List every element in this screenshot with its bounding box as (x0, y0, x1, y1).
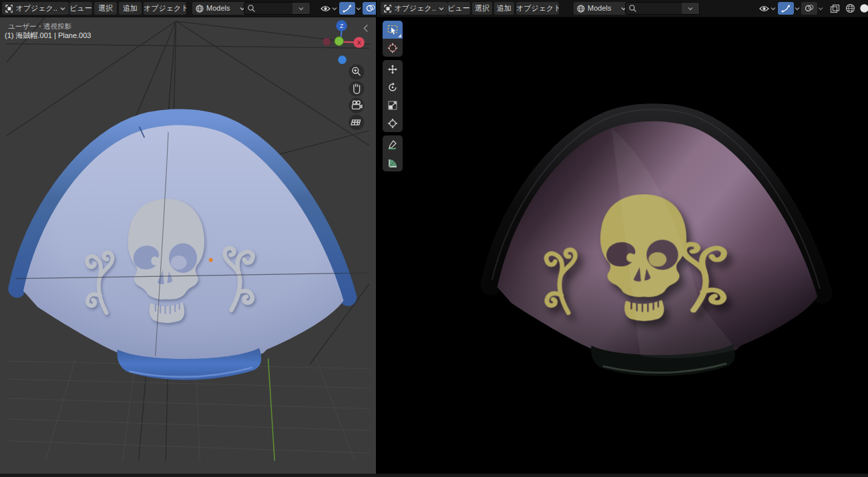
search-icon (247, 4, 256, 13)
search-icon (628, 4, 637, 13)
pan-hand-button[interactable] (349, 81, 364, 96)
visibility-dropdown[interactable] (755, 2, 779, 15)
tool-move[interactable] (383, 60, 403, 78)
rotate-icon (387, 82, 398, 93)
mode-selector[interactable]: オブジェク... (381, 2, 447, 15)
chevron-down-icon (688, 7, 693, 11)
move-icon (387, 64, 398, 75)
status-bar (0, 474, 868, 477)
measure-icon (387, 157, 398, 168)
gizmo-toggle-icon (781, 4, 791, 13)
globe-icon (577, 5, 585, 13)
shading-wireframe-icon (845, 3, 855, 13)
menu-select[interactable]: 選択 (472, 2, 492, 15)
cursor-icon (387, 43, 398, 53)
annotate-icon (387, 139, 398, 150)
search-field[interactable] (244, 2, 310, 15)
search-input[interactable] (256, 5, 292, 13)
overlays-toggle-icon (805, 4, 814, 13)
asset-library-dropdown[interactable]: Models (574, 2, 630, 15)
menu-object[interactable]: オブジェクト (516, 2, 559, 15)
menu-view[interactable]: ビュー (447, 2, 470, 15)
mode-label: オブジェク... (15, 2, 57, 15)
toolbar-group-annotate (383, 135, 403, 171)
chevron-down-icon (795, 7, 800, 11)
mode-label: オブジェク... (394, 2, 436, 15)
gizmo-x-label: X (357, 39, 361, 46)
chevron-down-icon (818, 7, 823, 11)
camera-view-button[interactable] (349, 98, 364, 113)
xray-toggle[interactable] (827, 2, 843, 15)
editor-divider[interactable] (376, 0, 377, 17)
object-mode-icon (384, 5, 391, 13)
chevron-down-icon (439, 7, 444, 11)
header-right-viewport: オブジェク... ビュー 選択 追加 オブジェクト Models (377, 0, 868, 17)
tool-measure[interactable] (383, 153, 403, 171)
asset-library-dropdown[interactable]: Models (192, 2, 248, 15)
chevron-down-icon (356, 7, 361, 11)
pirate-hat-left[interactable] (17, 117, 348, 380)
xray-toggle-icon (830, 4, 840, 13)
y-axis-line (268, 358, 275, 460)
toolbar (383, 21, 403, 171)
tool-cursor[interactable] (383, 39, 403, 57)
tool-scale[interactable] (383, 96, 403, 114)
sidebar-toggle-chevron[interactable] (364, 25, 367, 32)
blender-window: .skullL{ --skull:#babec7; --hole:#8e99c0… (0, 0, 868, 477)
scale-icon (387, 100, 398, 111)
overlays-toggle[interactable] (363, 2, 376, 15)
gizmo-neg-z-axis[interactable] (338, 55, 347, 64)
visibility-eye-icon (320, 5, 331, 13)
tool-annotate[interactable] (383, 135, 403, 153)
search-field[interactable] (625, 2, 700, 15)
right-viewport-canvas: .skullL{ --skull:#babec7; --hole:#8e99c0… (376, 17, 868, 474)
viewport-right-rendered[interactable]: .skullL{ --skull:#babec7; --hole:#8e99c0… (376, 17, 868, 474)
chevron-down-icon (332, 7, 337, 11)
left-viewport-canvas: .skullL{ --skull:#babec7; --hole:#8e99c0… (0, 17, 376, 474)
shading-solid-icon (859, 3, 868, 13)
search-options-button[interactable] (682, 3, 699, 14)
globe-icon (196, 5, 204, 13)
menu-add[interactable]: 追加 (494, 2, 514, 15)
chevron-down-icon (298, 7, 304, 11)
asset-library-label: Models (588, 2, 618, 15)
view-mode-label: ユーザー・透視投影 (8, 22, 71, 31)
toolbar-group-transform (383, 60, 403, 132)
gizmo-neg-x-axis[interactable] (323, 38, 331, 46)
select-box-icon (387, 25, 399, 35)
menu-add[interactable]: 追加 (119, 2, 142, 15)
shading-solid-button[interactable] (856, 2, 868, 15)
menu-select[interactable]: 選択 (94, 2, 117, 15)
viewport-left-solid[interactable]: .skullL{ --skull:#babec7; --hole:#8e99c0… (0, 17, 376, 474)
gizmo-z-label: Z (340, 23, 344, 29)
toggle-ortho-grid-button[interactable] (349, 115, 364, 130)
pirate-hat-right[interactable] (491, 109, 822, 376)
visibility-eye-icon (759, 5, 769, 13)
overlays-toggle-icon (366, 4, 375, 13)
visibility-dropdown[interactable] (316, 2, 341, 15)
tool-select-box[interactable] (383, 21, 403, 39)
viewport-nav-buttons (349, 64, 364, 129)
gizmo-y-axis[interactable] (335, 37, 344, 46)
overlays-dropdown[interactable] (815, 2, 826, 15)
chevron-down-icon (771, 7, 776, 11)
zoom-button[interactable] (349, 64, 364, 79)
active-object-label: (1) 海賊帽.001 | Plane.003 (5, 31, 91, 41)
asset-library-label: Models (206, 2, 237, 15)
tool-transform[interactable] (383, 114, 403, 132)
menu-view[interactable]: ビュー (69, 2, 92, 15)
menu-object[interactable]: オブジェクト (144, 2, 186, 15)
search-options-button[interactable] (292, 3, 310, 14)
gizmo-toggle-icon (343, 4, 352, 13)
header-left-viewport: オブジェク... ビュー 選択 追加 オブジェクト Models (0, 0, 376, 17)
chevron-down-icon (60, 7, 65, 11)
tool-rotate[interactable] (383, 78, 403, 96)
mode-selector[interactable]: オブジェク... (2, 2, 69, 15)
toolbar-group-select (383, 21, 403, 57)
object-mode-icon (5, 5, 13, 13)
axis-gizmo[interactable]: Z X (323, 20, 365, 64)
transform-icon (387, 118, 398, 129)
search-input[interactable] (637, 5, 682, 13)
